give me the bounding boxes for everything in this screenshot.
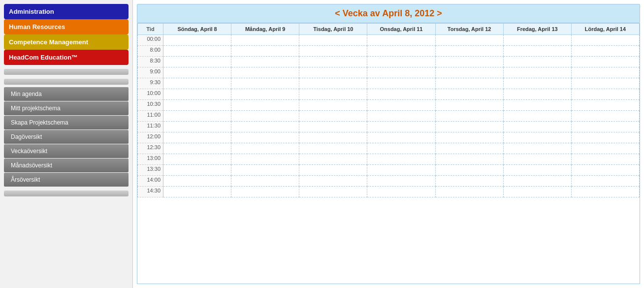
prev-week-arrow[interactable]: < — [335, 8, 340, 18]
day-cell[interactable] — [163, 89, 231, 100]
nav-btn-headcom-education[interactable]: HeadCom Education™ — [4, 50, 129, 65]
day-cell[interactable] — [299, 143, 367, 154]
day-cell[interactable] — [367, 57, 435, 67]
day-cell[interactable] — [367, 111, 435, 122]
day-cell[interactable] — [163, 187, 231, 197]
day-cell[interactable] — [503, 187, 571, 197]
nav-btn-administration[interactable]: Administration — [4, 4, 129, 19]
day-cell[interactable] — [299, 176, 367, 187]
day-cell[interactable] — [163, 154, 231, 165]
nav-btn-human-resources[interactable]: Human Resources — [4, 19, 129, 34]
day-cell[interactable] — [367, 46, 435, 57]
day-cell[interactable] — [435, 122, 503, 132]
day-cell[interactable] — [367, 187, 435, 197]
kalender-item-veckaoversikt[interactable]: Veckaöversikt — [4, 144, 129, 158]
day-cell[interactable] — [367, 78, 435, 89]
day-cell[interactable] — [503, 165, 571, 176]
kalender-item-mitt-projektschema[interactable]: Mitt projektschema — [4, 101, 129, 115]
day-cell[interactable] — [571, 132, 639, 143]
day-cell[interactable] — [571, 67, 639, 78]
day-cell[interactable] — [503, 46, 571, 57]
day-cell[interactable] — [231, 89, 299, 100]
day-cell[interactable] — [231, 176, 299, 187]
day-cell[interactable] — [367, 132, 435, 143]
day-cell[interactable] — [571, 89, 639, 100]
day-cell[interactable] — [435, 57, 503, 67]
day-cell[interactable] — [163, 122, 231, 132]
day-cell[interactable] — [367, 100, 435, 111]
day-cell[interactable] — [503, 111, 571, 122]
day-cell[interactable] — [299, 35, 367, 46]
day-cell[interactable] — [435, 176, 503, 187]
nav-btn-competence-management[interactable]: Competence Management — [4, 34, 129, 50]
day-cell[interactable] — [163, 132, 231, 143]
day-cell[interactable] — [503, 154, 571, 165]
day-cell[interactable] — [299, 187, 367, 197]
day-cell[interactable] — [367, 122, 435, 132]
day-cell[interactable] — [163, 100, 231, 111]
kalender-item-dagoversikt[interactable]: Dagöversikt — [4, 130, 129, 144]
day-cell[interactable] — [163, 57, 231, 67]
day-cell[interactable] — [571, 165, 639, 176]
day-cell[interactable] — [367, 165, 435, 176]
day-cell[interactable] — [503, 35, 571, 46]
day-cell[interactable] — [367, 176, 435, 187]
day-cell[interactable] — [231, 165, 299, 176]
day-cell[interactable] — [435, 89, 503, 100]
day-cell[interactable] — [571, 100, 639, 111]
day-cell[interactable] — [231, 132, 299, 143]
day-cell[interactable] — [503, 132, 571, 143]
day-cell[interactable] — [571, 35, 639, 46]
next-week-arrow[interactable]: > — [437, 8, 442, 18]
day-cell[interactable] — [503, 100, 571, 111]
day-cell[interactable] — [503, 122, 571, 132]
day-cell[interactable] — [435, 35, 503, 46]
day-cell[interactable] — [163, 78, 231, 89]
day-cell[interactable] — [503, 57, 571, 67]
day-cell[interactable] — [503, 143, 571, 154]
day-cell[interactable] — [435, 100, 503, 111]
day-cell[interactable] — [299, 100, 367, 111]
day-cell[interactable] — [367, 154, 435, 165]
day-cell[interactable] — [571, 154, 639, 165]
day-cell[interactable] — [367, 35, 435, 46]
day-cell[interactable] — [503, 67, 571, 78]
kalender-item-skapa-projektschema[interactable]: Skapa Projektschema — [4, 116, 129, 129]
day-cell[interactable] — [299, 165, 367, 176]
day-cell[interactable] — [571, 122, 639, 132]
kalender-item-arsoversikt[interactable]: Årsöversikt — [4, 173, 129, 187]
day-cell[interactable] — [299, 122, 367, 132]
day-cell[interactable] — [435, 46, 503, 57]
day-cell[interactable] — [503, 176, 571, 187]
day-cell[interactable] — [367, 143, 435, 154]
day-cell[interactable] — [571, 57, 639, 67]
day-cell[interactable] — [299, 154, 367, 165]
day-cell[interactable] — [231, 111, 299, 122]
day-cell[interactable] — [503, 89, 571, 100]
day-cell[interactable] — [231, 78, 299, 89]
day-cell[interactable] — [503, 78, 571, 89]
day-cell[interactable] — [299, 67, 367, 78]
day-cell[interactable] — [231, 67, 299, 78]
day-cell[interactable] — [231, 187, 299, 197]
day-cell[interactable] — [163, 165, 231, 176]
day-cell[interactable] — [571, 143, 639, 154]
day-cell[interactable] — [571, 176, 639, 187]
day-cell[interactable] — [299, 111, 367, 122]
day-cell[interactable] — [435, 143, 503, 154]
day-cell[interactable] — [299, 132, 367, 143]
day-cell[interactable] — [435, 78, 503, 89]
day-cell[interactable] — [367, 67, 435, 78]
day-cell[interactable] — [231, 46, 299, 57]
kalender-item-manadsoversikt[interactable]: Månadsöversikt — [4, 159, 129, 172]
day-cell[interactable] — [435, 132, 503, 143]
day-cell[interactable] — [231, 143, 299, 154]
day-cell[interactable] — [163, 176, 231, 187]
kalender-item-min-agenda[interactable]: Min agenda — [4, 87, 129, 101]
day-cell[interactable] — [367, 89, 435, 100]
day-cell[interactable] — [163, 143, 231, 154]
day-cell[interactable] — [163, 35, 231, 46]
day-cell[interactable] — [571, 78, 639, 89]
day-cell[interactable] — [435, 154, 503, 165]
day-cell[interactable] — [163, 111, 231, 122]
